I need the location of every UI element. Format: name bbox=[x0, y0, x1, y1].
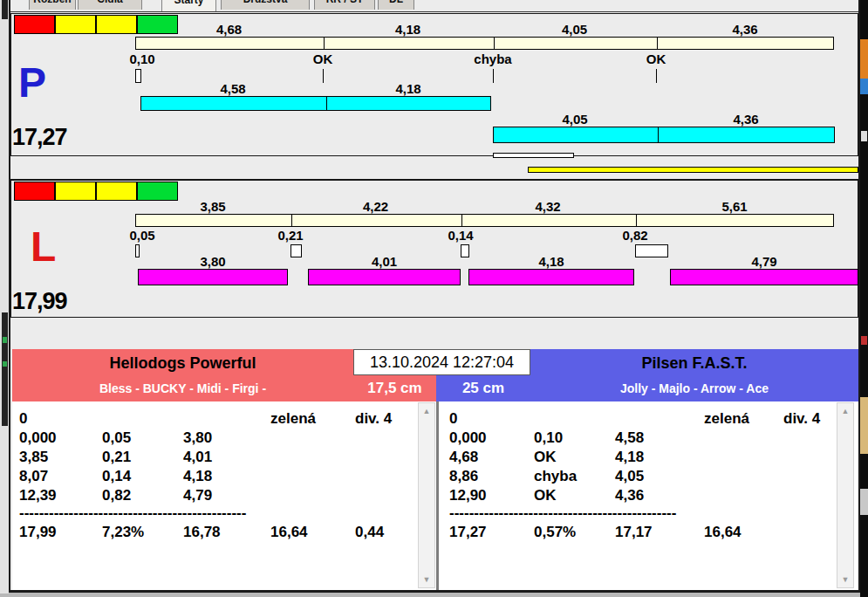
traffic-light-yellow bbox=[96, 15, 137, 34]
scroll-down-icon[interactable]: ▼ bbox=[837, 573, 853, 586]
split-divider bbox=[324, 38, 325, 49]
header-cell: div. 4 bbox=[783, 410, 820, 428]
split-divider bbox=[461, 215, 462, 226]
scrollbar-right-table[interactable]: ▲ ▼ bbox=[837, 402, 854, 588]
change-gap-box bbox=[290, 244, 302, 257]
lane-panel-l: 3,85 4,22 4,32 5,61 0,05 0,21 0,14 0,82 … bbox=[10, 179, 858, 318]
change-label: chyba bbox=[423, 53, 563, 65]
scroll-up-icon[interactable]: ▲ bbox=[837, 405, 853, 417]
cell-total: 8,86 bbox=[449, 468, 478, 485]
results-table-right: 0 zelená div. 4 0,000 0,10 4,58 4,68 OK … bbox=[439, 401, 858, 590]
run-time-label: 4,01 bbox=[308, 256, 461, 268]
table-total-row: 17,99 7,23% 16,78 16,64 0,44 bbox=[12, 524, 436, 541]
table-total-row: 17,27 0,57% 17,17 16,64 bbox=[439, 524, 858, 541]
background-window-sliver bbox=[860, 0, 868, 597]
cell-runtime: 4,18 bbox=[615, 449, 644, 466]
table-row: 0,000 0,10 4,58 bbox=[439, 429, 858, 447]
traffic-light-green bbox=[137, 182, 178, 201]
run-bar bbox=[468, 269, 634, 285]
scroll-down-icon[interactable]: ▼ bbox=[419, 573, 434, 586]
tab-rr-st[interactable]: RR / ST bbox=[314, 0, 375, 10]
run-time-label: 4,05 bbox=[493, 113, 657, 126]
change-tick bbox=[323, 69, 324, 83]
table-row: 8,07 0,14 4,18 bbox=[12, 468, 436, 485]
cell-runtime: 4,05 bbox=[615, 468, 644, 485]
jump-height-right: 25 cm bbox=[436, 375, 530, 401]
run-time-label: 3,80 bbox=[138, 256, 288, 268]
cell-runtime: 4,36 bbox=[615, 487, 644, 504]
cell-runtime: 4,01 bbox=[183, 449, 212, 466]
timing-app-window: Rozběh Čidla Starty Družstva RR / ST DL … bbox=[0, 0, 868, 597]
tab-label: Čidla bbox=[97, 0, 122, 5]
run-time-label: 4,36 bbox=[657, 113, 835, 126]
pending-run-bar bbox=[493, 153, 574, 158]
header-cell: 0 bbox=[449, 410, 457, 428]
scrollbar-left-table[interactable]: ▲ ▼ bbox=[418, 402, 435, 588]
cell-best-time: 16,64 bbox=[270, 524, 308, 541]
scroll-up-icon[interactable]: ▲ bbox=[419, 405, 434, 417]
cell-change: chyba bbox=[534, 468, 577, 485]
change-label: 0,10 bbox=[107, 53, 177, 65]
lane-total-time-l: 17,99 bbox=[12, 289, 67, 313]
run-bar-row2 bbox=[493, 127, 835, 143]
separator-dashes: ----------------------------------------… bbox=[19, 504, 246, 522]
change-label: 0,82 bbox=[565, 230, 705, 242]
split-divider bbox=[291, 215, 292, 226]
lane-letter-p: P bbox=[18, 63, 46, 103]
run-divider bbox=[658, 127, 659, 142]
lane-total-time-p: 17,27 bbox=[12, 125, 67, 149]
cell-runtime: 4,79 bbox=[183, 487, 212, 504]
cell-total: 8,07 bbox=[19, 468, 48, 485]
tab-druzstva[interactable]: Družstva bbox=[221, 0, 310, 10]
lane-panel-p: 4,68 4,18 4,05 4,36 0,10 OK chyba OK P 4… bbox=[10, 13, 858, 156]
tab-starty[interactable]: Starty bbox=[161, 0, 216, 11]
table-separator-row: ----------------------------------------… bbox=[439, 504, 858, 522]
reference-split-bar bbox=[135, 214, 834, 227]
split-divider bbox=[494, 38, 495, 49]
header-cell: div. 4 bbox=[355, 410, 392, 428]
lane-letter-l: L bbox=[31, 227, 56, 267]
change-label: 0,14 bbox=[391, 230, 530, 242]
tab-rozbeh[interactable]: Rozběh bbox=[29, 0, 76, 10]
traffic-light-red bbox=[14, 182, 55, 201]
split-time-label: 5,61 bbox=[635, 201, 834, 213]
change-label: 0,21 bbox=[221, 230, 360, 242]
desktop-sliver-left bbox=[0, 0, 9, 594]
tab-cidla[interactable]: Čidla bbox=[78, 0, 142, 10]
change-tick bbox=[656, 69, 657, 83]
table-row: 3,85 0,21 4,01 bbox=[12, 449, 436, 466]
tab-label: RR / ST bbox=[326, 0, 364, 5]
cell-total-time: 17,27 bbox=[449, 524, 487, 541]
traffic-light-red bbox=[14, 15, 55, 34]
traffic-light-yellow bbox=[55, 182, 96, 201]
split-time-label: 4,32 bbox=[461, 201, 635, 213]
tab-label: DL bbox=[389, 0, 403, 5]
jump-height-left: 17,5 cm bbox=[353, 375, 436, 401]
cell-total: 12,90 bbox=[449, 487, 487, 504]
cell-net-time: 17,17 bbox=[615, 524, 653, 541]
cell-net-time: 16,78 bbox=[183, 524, 221, 541]
running-dog-bar bbox=[528, 167, 858, 173]
cell-percent: 0,57% bbox=[534, 524, 576, 541]
traffic-light-yellow bbox=[55, 15, 96, 34]
table-row: 4,68 OK 4,18 bbox=[439, 449, 858, 466]
table-row: 12,90 OK 4,36 bbox=[439, 487, 858, 504]
cell-best-time: 16,64 bbox=[704, 524, 742, 541]
cell-runtime: 3,80 bbox=[183, 429, 212, 447]
run-time-label: 4,18 bbox=[468, 256, 634, 268]
cell-total: 4,68 bbox=[449, 449, 478, 466]
cell-runtime: 4,18 bbox=[183, 468, 212, 485]
change-gap-box bbox=[135, 69, 141, 83]
run-bar-row1 bbox=[140, 96, 491, 111]
cell-change: OK bbox=[534, 487, 557, 504]
table-row: 8,86 chyba 4,05 bbox=[439, 468, 858, 485]
split-time-label: 4,68 bbox=[135, 24, 323, 36]
split-time-label: 4,22 bbox=[290, 201, 461, 213]
tab-dl[interactable]: DL bbox=[378, 0, 414, 10]
change-label: 0,05 bbox=[107, 230, 177, 242]
datetime-box: 13.10.2024 12:27:04 bbox=[353, 349, 530, 375]
cell-total: 12,39 bbox=[19, 487, 57, 504]
split-divider bbox=[657, 38, 658, 49]
team-dogs-right: Jolly - Majlo - Arrow - Ace bbox=[530, 379, 858, 398]
run-time-label: 4,79 bbox=[670, 256, 858, 268]
